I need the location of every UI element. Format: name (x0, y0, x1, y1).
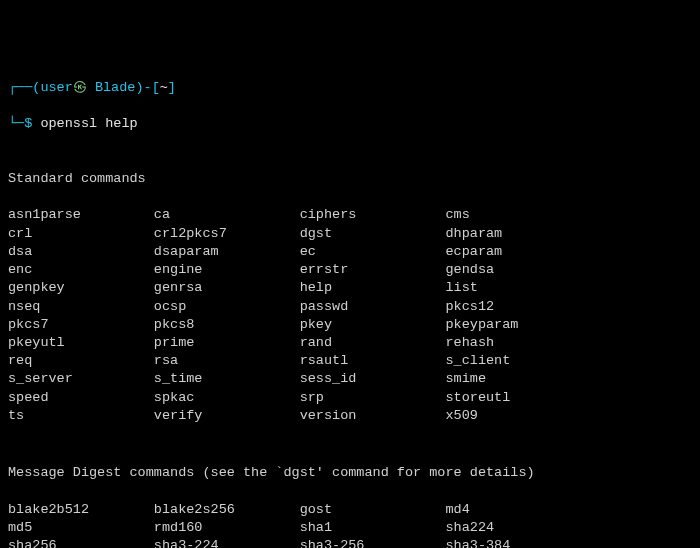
section-standard-rows: asn1parse ca ciphers cms crl crl2pkcs7 d… (8, 206, 692, 425)
prompt-path: ~ (160, 80, 168, 95)
prompt-closebracket: ] (168, 80, 176, 95)
command: openssl help (40, 116, 137, 131)
section-standard-title: Standard commands (8, 170, 692, 188)
prompt-space (87, 80, 95, 95)
section-digest-rows: blake2b512 blake2s256 gost md4 md5 rmd16… (8, 501, 692, 548)
section-digest-title: Message Digest commands (see the `dgst' … (8, 464, 692, 482)
prompt-line2-prefix: └─ (8, 116, 24, 131)
prompt-open: ┌──( (8, 80, 40, 95)
prompt-user: user (40, 80, 72, 95)
prompt-host: Blade (95, 80, 136, 95)
prompt-line-1: ┌──(user㉿ Blade)-[~] (8, 79, 692, 97)
prompt-line-2[interactable]: └─$ openssl help (8, 115, 692, 133)
prompt-closeparen: )-[ (135, 80, 159, 95)
prompt-at: ㉿ (73, 80, 87, 95)
